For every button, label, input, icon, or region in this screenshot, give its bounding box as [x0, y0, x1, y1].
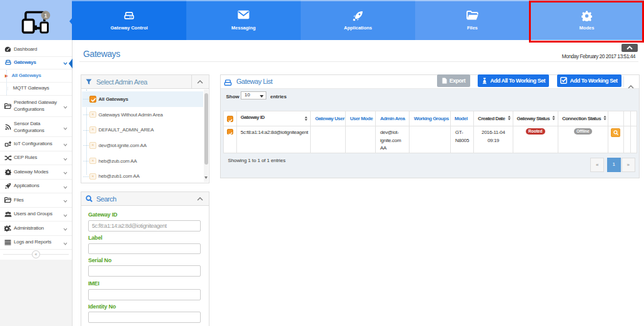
svg-text:1: 1	[44, 12, 48, 19]
